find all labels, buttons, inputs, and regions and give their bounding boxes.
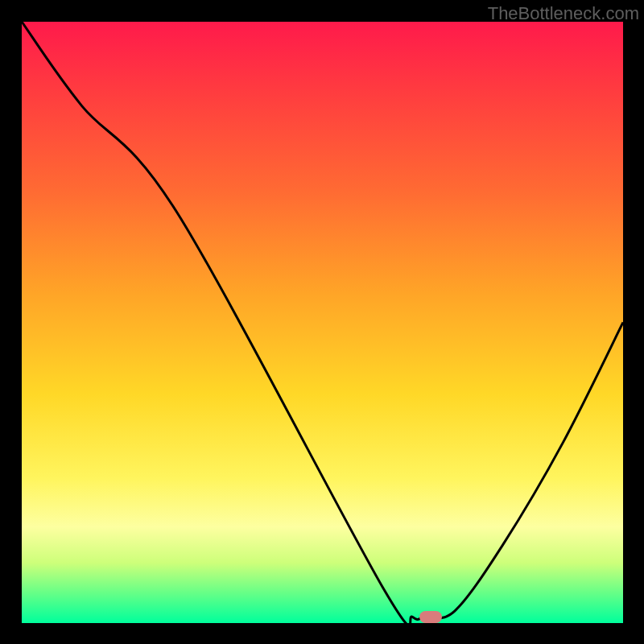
bottleneck-curve-path <box>22 22 623 623</box>
optimal-point-marker <box>419 611 442 623</box>
chart-plot-area <box>22 22 623 623</box>
watermark-text: TheBottleneck.com <box>488 3 639 24</box>
chart-line-layer <box>22 22 623 623</box>
chart-frame: TheBottleneck.com <box>0 0 644 644</box>
